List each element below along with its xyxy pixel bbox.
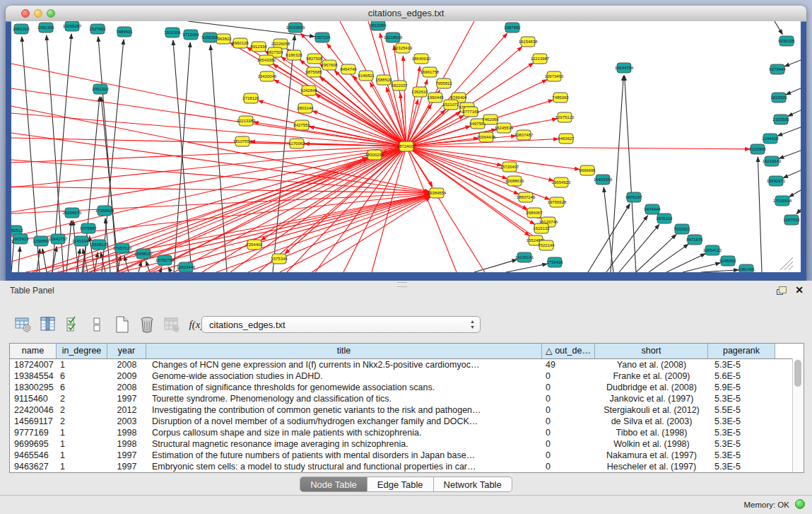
column-header-name[interactable]: name <box>10 344 57 358</box>
network-node[interactable]: 7632621 <box>673 224 690 234</box>
clear-selection-icon[interactable] <box>88 315 107 334</box>
network-node[interactable]: 5155306 <box>201 33 218 42</box>
network-node[interactable]: 18107554 <box>233 136 252 146</box>
network-node[interactable]: 7522144 <box>538 240 555 250</box>
network-node[interactable]: 8454749 <box>340 64 357 74</box>
tab-node-table[interactable]: Node Table <box>300 477 367 492</box>
column-header-pagerank[interactable]: pagerank <box>708 344 775 358</box>
delete-trash-icon[interactable] <box>138 315 156 334</box>
network-node[interactable]: 1081435 <box>738 264 755 272</box>
network-node[interactable]: 12325419 <box>394 43 413 53</box>
network-node[interactable]: 16033809 <box>286 23 305 33</box>
network-node[interactable]: 8471676 <box>686 235 703 245</box>
network-node[interactable]: 3915913 <box>12 234 29 244</box>
window-titlebar[interactable]: citations_edges.txt <box>6 6 806 22</box>
network-node[interactable]: 1527602 <box>89 24 106 34</box>
network-node[interactable]: 1156869 <box>33 236 50 246</box>
network-node[interactable]: 20364436 <box>477 132 496 142</box>
network-node[interactable]: 16961758 <box>420 67 440 77</box>
network-node[interactable]: 9463627 <box>558 134 575 144</box>
network-node[interactable]: 7955812 <box>435 78 452 88</box>
network-node[interactable]: 16210643 <box>763 156 782 166</box>
network-node[interactable]: 12213987 <box>531 54 550 64</box>
network-node[interactable]: 17957223 <box>113 243 132 253</box>
table-row[interactable]: 977716911998Corpus callosum shape and si… <box>10 427 804 438</box>
network-node[interactable]: 7462066 <box>482 115 499 124</box>
panel-splitter-grip[interactable] <box>397 282 407 287</box>
network-node[interactable]: 12923446 <box>177 262 196 272</box>
network-node[interactable]: 7254402 <box>246 240 263 250</box>
scrollbar-thumb[interactable] <box>794 360 801 387</box>
table-row[interactable]: 911546021997Tourette syndrome. Phenomeno… <box>10 393 804 404</box>
network-node[interactable]: 1733426 <box>546 257 563 267</box>
network-node[interactable]: 9713054 <box>182 30 199 40</box>
network-node[interactable]: 2061319 <box>13 24 30 34</box>
network-node[interactable]: 1813505 <box>770 93 787 103</box>
network-node[interactable]: 19958167 <box>134 249 153 259</box>
network-node[interactable]: 1615132 <box>533 223 550 233</box>
network-node[interactable]: 7485063 <box>552 93 569 103</box>
network-node[interactable]: 1362615 <box>411 87 428 97</box>
network-node[interactable]: 13505135 <box>90 240 109 250</box>
network-node[interactable]: 6879197 <box>625 192 642 202</box>
network-node[interactable]: 8912934 <box>250 42 267 52</box>
network-canvas[interactable]: 1872400718300295796382289601288912934232… <box>11 21 801 272</box>
network-node[interactable]: 1244418 <box>762 134 779 144</box>
network-node[interactable]: 8427552 <box>293 120 310 130</box>
network-node[interactable]: 9242848 <box>300 86 317 95</box>
network-node[interactable]: 2103505 <box>772 115 789 124</box>
network-node[interactable]: 10807487 <box>514 130 534 140</box>
network-node[interactable]: 11451944 <box>72 236 91 246</box>
network-node[interactable]: 16154838 <box>519 37 538 47</box>
column-header-title[interactable]: title <box>146 344 542 358</box>
column-header-out_degree[interactable]: △ out_de… <box>542 344 595 358</box>
table-row[interactable]: 1830029562008Estimation of significance … <box>10 382 804 393</box>
network-node[interactable]: 1990445 <box>427 93 444 103</box>
show-columns-icon[interactable] <box>39 315 57 334</box>
memory-status-indicator-icon[interactable] <box>795 499 805 509</box>
network-node[interactable]: 18807249 <box>517 192 536 202</box>
network-node[interactable]: 15720407 <box>500 162 519 172</box>
network-node[interactable]: 10973493 <box>545 71 564 81</box>
network-node[interactable]: 19654923 <box>552 177 571 187</box>
network-node[interactable]: 16543382 <box>257 55 276 65</box>
network-node[interactable]: 2051306 <box>37 23 54 33</box>
network-node[interactable]: 19218506 <box>384 33 403 42</box>
table-row[interactable]: 1938455462009Genome-wide association stu… <box>10 370 804 382</box>
network-node[interactable]: 9875685 <box>305 67 322 77</box>
network-node[interactable]: 10654122 <box>703 245 722 255</box>
network-node[interactable]: 5936105 <box>778 36 795 46</box>
network-node[interactable]: 10688639 <box>505 176 524 186</box>
network-node[interactable]: 1575344 <box>271 254 288 264</box>
network-node[interactable]: 9245652 <box>719 256 736 266</box>
table-vertical-scrollbar[interactable] <box>792 358 804 472</box>
column-header-in_degree[interactable]: in_degree <box>57 344 107 358</box>
network-node[interactable]: 17016504 <box>773 196 792 206</box>
network-node[interactable]: 16782759 <box>155 255 175 265</box>
network-node[interactable]: 2803144 <box>297 103 314 113</box>
float-window-icon[interactable] <box>777 286 787 295</box>
network-node[interactable]: 2935114 <box>657 214 673 223</box>
network-node[interactable]: 20206576 <box>63 208 82 218</box>
table-row[interactable]: 1456911722003Disruption of a novel membe… <box>10 416 804 427</box>
table-row[interactable]: 1872400712008Changes of HCN gene express… <box>10 359 804 370</box>
network-table-select[interactable]: citations_edges.txt ▲▼ <box>201 316 481 333</box>
network-node[interactable]: 9146821 <box>358 71 375 81</box>
table-row[interactable]: 969969511998Structural magnetic resonanc… <box>10 438 804 450</box>
network-node[interactable]: 9777169 <box>462 107 479 117</box>
network-node[interactable]: 2087682 <box>504 23 521 33</box>
table-row[interactable]: 946554611997Estimation of the future num… <box>10 450 804 461</box>
network-node[interactable]: 7484601 <box>116 27 133 37</box>
network-node[interactable]: 1588520 <box>375 75 392 85</box>
network-node[interactable]: 10055287 <box>63 21 82 31</box>
network-node[interactable]: 1915306 <box>164 28 181 37</box>
network-node[interactable]: 6822037 <box>391 81 408 90</box>
network-node[interactable]: 18724007 <box>397 141 416 151</box>
network-node[interactable]: 19756928 <box>548 197 567 207</box>
network-node[interactable]: 9474444 <box>644 204 661 214</box>
network-node[interactable]: 8215955 <box>749 144 766 154</box>
network-node[interactable]: 16644784 <box>615 63 634 73</box>
network-node[interactable]: 1167533 <box>784 215 801 225</box>
table-row[interactable]: 946362711997Embryonic stem cells: a mode… <box>10 461 804 472</box>
network-node[interactable]: 16245534 <box>495 123 514 133</box>
